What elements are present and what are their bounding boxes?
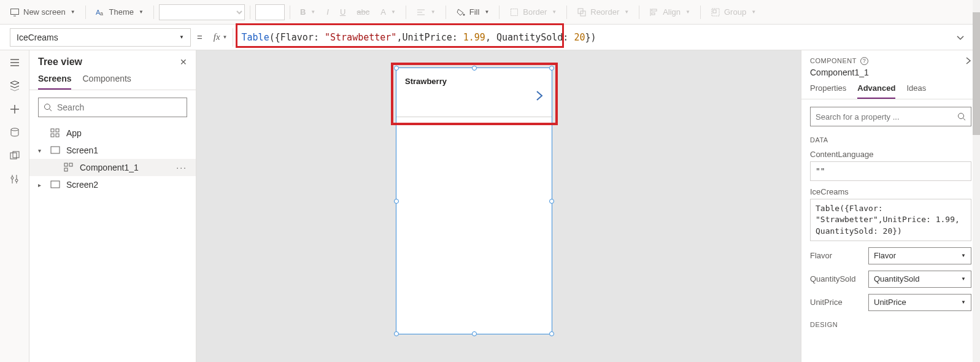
svg-point-21 xyxy=(11,128,18,131)
bold-button[interactable]: B▼ xyxy=(295,5,320,19)
tab-advanced[interactable]: Advanced xyxy=(857,83,895,99)
font-family-select[interactable] xyxy=(159,4,245,20)
svg-text:a: a xyxy=(100,10,103,17)
svg-rect-36 xyxy=(69,163,72,166)
formula-bar: IceCreams ▼ = fx▼ Table({Flavor: "Strawb… xyxy=(0,25,980,50)
reorder-button[interactable]: Reorder▼ xyxy=(572,5,634,20)
prop-select-quantitysold[interactable]: QuantitySold▼ xyxy=(868,271,971,288)
tree-item-screen2[interactable]: ▸ Screen2 xyxy=(29,176,196,193)
tree-label: App xyxy=(66,128,82,138)
close-icon[interactable]: ✕ xyxy=(180,57,187,67)
reorder-icon xyxy=(577,7,587,17)
chevron-right-icon[interactable] xyxy=(536,90,543,101)
svg-rect-12 xyxy=(652,9,657,11)
tree-label: Screen2 xyxy=(66,180,98,190)
tab-screens[interactable]: Screens xyxy=(38,74,71,90)
section-design: DESIGN xyxy=(810,321,971,328)
align-icon xyxy=(416,7,426,17)
resize-handle[interactable] xyxy=(472,331,477,336)
text-align-button[interactable]: ▼ xyxy=(411,5,441,20)
property-search-input[interactable] xyxy=(816,112,957,121)
property-search[interactable] xyxy=(810,107,971,126)
prop-label-icecreams: IceCreams xyxy=(810,187,971,196)
svg-point-39 xyxy=(959,114,964,119)
property-name: IceCreams xyxy=(17,33,58,42)
main-area: Tree view ✕ Screens Components App ▾ Scr… xyxy=(0,50,980,362)
more-icon[interactable]: ··· xyxy=(176,163,187,172)
theme-button[interactable]: Aa Theme ▼ xyxy=(91,5,149,20)
align-objects-icon xyxy=(649,7,659,17)
formula-input[interactable]: Table({Flavor: "Strawbetter",UnitPrice: … xyxy=(233,28,955,47)
font-size-input[interactable] xyxy=(255,4,285,20)
resize-handle[interactable] xyxy=(394,331,399,336)
hamburger-icon[interactable] xyxy=(9,56,21,69)
prop-select-flavor[interactable]: Flavor▼ xyxy=(868,247,971,264)
right-panel-body: DATA ContentLanguage "" IceCreams Table(… xyxy=(801,99,980,362)
screen-icon xyxy=(50,145,61,155)
tools-icon[interactable] xyxy=(9,173,21,185)
tree-panel: Tree view ✕ Screens Components App ▾ Scr… xyxy=(29,50,196,362)
tab-components[interactable]: Components xyxy=(82,74,131,90)
svg-rect-0 xyxy=(11,9,19,14)
svg-rect-35 xyxy=(64,163,68,166)
search-icon xyxy=(44,103,52,112)
chevron-right-icon[interactable]: ▸ xyxy=(38,182,45,188)
resize-handle[interactable] xyxy=(549,331,554,336)
tree-search[interactable] xyxy=(38,98,187,117)
italic-button[interactable]: I xyxy=(322,5,334,19)
tab-ideas[interactable]: Ideas xyxy=(906,83,926,99)
tree-tabs: Screens Components xyxy=(29,67,196,90)
chevron-down-icon: ▼ xyxy=(71,9,75,15)
underline-button[interactable]: U xyxy=(335,5,350,19)
chevron-right-icon[interactable] xyxy=(965,56,971,65)
new-screen-button[interactable]: New screen ▼ xyxy=(5,5,80,20)
tab-properties[interactable]: Properties xyxy=(810,83,846,99)
expand-formula-button[interactable] xyxy=(955,33,974,42)
chevron-down-icon: ▼ xyxy=(179,34,184,40)
selected-component[interactable]: Strawberry xyxy=(396,67,552,334)
gallery-row[interactable]: Strawberry xyxy=(396,68,552,117)
tree-item-component1[interactable]: Component1_1 ··· xyxy=(29,159,196,176)
chevron-down-icon: ▼ xyxy=(139,9,144,15)
tree-label: Component1_1 xyxy=(80,163,139,172)
new-screen-label: New screen xyxy=(23,7,66,17)
prop-label-flavor: Flavor xyxy=(810,251,862,260)
group-button[interactable]: Group▼ xyxy=(706,5,761,20)
canvas[interactable]: Strawberry xyxy=(196,50,801,362)
border-button[interactable]: Border▼ xyxy=(504,5,561,20)
data-icon[interactable] xyxy=(9,126,21,139)
tree-item-app[interactable]: App xyxy=(29,125,196,142)
scrollbar-thumb[interactable] xyxy=(973,50,980,135)
properties-panel: COMPONENT ? Component1_1 Properties Adva… xyxy=(801,50,980,362)
tree-label: Screen1 xyxy=(66,145,98,155)
prop-label-unitprice: UnitPrice xyxy=(810,298,862,307)
search-icon xyxy=(957,112,966,121)
resize-handle[interactable] xyxy=(394,199,399,204)
ribbon: New screen ▼ Aa Theme ▼ B▼ I U abc A▼ ▼ … xyxy=(0,0,980,25)
tree-item-screen1[interactable]: ▾ Screen1 xyxy=(29,142,196,159)
chevron-down-icon[interactable]: ▾ xyxy=(38,147,45,154)
border-icon xyxy=(509,7,519,17)
property-dropdown[interactable]: IceCreams ▼ xyxy=(10,28,191,47)
insert-icon[interactable] xyxy=(9,103,21,115)
fill-button[interactable]: Fill▼ xyxy=(451,5,495,20)
right-panel-tabs: Properties Advanced Ideas xyxy=(801,77,980,99)
svg-point-27 xyxy=(15,179,18,182)
info-icon[interactable]: ? xyxy=(860,57,868,65)
align-objects-button[interactable]: Align▼ xyxy=(644,5,695,20)
media-icon[interactable] xyxy=(9,150,21,162)
font-color-button[interactable]: A▼ xyxy=(376,5,401,19)
fill-icon xyxy=(456,7,466,17)
panel-type-label: COMPONENT ? xyxy=(810,57,868,65)
equals-symbol: = xyxy=(197,32,203,42)
svg-rect-8 xyxy=(511,9,518,15)
resize-handle[interactable] xyxy=(549,199,554,204)
prop-value-contentlanguage[interactable]: "" xyxy=(810,161,971,181)
tree-search-input[interactable] xyxy=(57,102,182,112)
prop-value-icecreams[interactable]: Table({Flavor: "Strawbetter",UnitPrice: … xyxy=(810,199,971,241)
strike-button[interactable]: abc xyxy=(352,5,374,19)
fx-button[interactable]: fx▼ xyxy=(209,28,233,47)
tree-view-icon[interactable] xyxy=(9,80,21,92)
prop-select-unitprice[interactable]: UnitPrice▼ xyxy=(868,294,971,311)
svg-rect-30 xyxy=(51,129,54,132)
